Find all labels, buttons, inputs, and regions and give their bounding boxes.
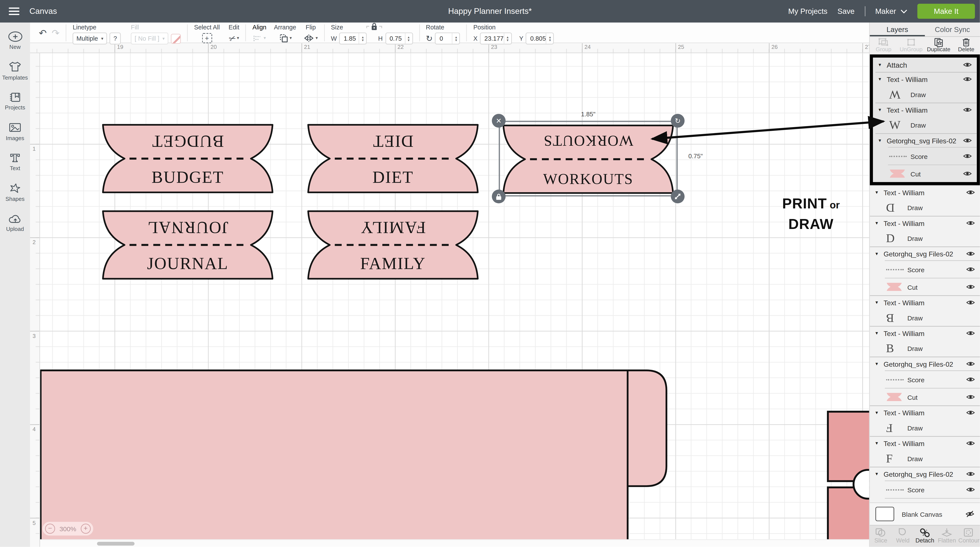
eye-icon[interactable] xyxy=(966,219,975,227)
layer-row-draw[interactable]: WDraw xyxy=(873,86,977,102)
eye-icon[interactable] xyxy=(963,137,972,144)
layer-group-text-william[interactable]: ▾ Text - William xyxy=(870,186,980,199)
linetype-help-button[interactable]: ? xyxy=(110,32,121,45)
lock-handle-icon[interactable] xyxy=(492,189,506,204)
select-all-icon[interactable]: + xyxy=(202,33,212,43)
redo-icon[interactable]: ↷ xyxy=(52,27,59,39)
eye-icon[interactable] xyxy=(966,299,975,306)
contour-button[interactable]: Contour xyxy=(958,526,980,547)
tab-layers[interactable]: Layers xyxy=(870,22,925,36)
machine-selector[interactable]: Maker xyxy=(875,7,907,16)
detach-button[interactable]: Detach xyxy=(914,526,936,547)
menu-icon[interactable] xyxy=(9,8,19,15)
blank-canvas-row[interactable]: Blank Canvas xyxy=(870,502,980,525)
caret-down-icon[interactable]: ▾ xyxy=(875,410,882,415)
caret-down-icon[interactable]: ▾ xyxy=(875,300,882,305)
eye-icon[interactable] xyxy=(966,409,975,416)
weld-button[interactable]: Weld xyxy=(892,526,914,547)
pocket-shape[interactable] xyxy=(40,369,672,539)
eye-icon[interactable] xyxy=(966,283,975,290)
rotate-handle-icon[interactable]: ↻ xyxy=(671,114,685,128)
caret-down-icon[interactable]: ▾ xyxy=(875,330,882,336)
align-icon[interactable]: ▾ xyxy=(253,32,266,44)
eye-icon[interactable] xyxy=(966,486,975,493)
ungroup-button[interactable]: UnGroup xyxy=(897,37,925,54)
slice-button[interactable]: Slice xyxy=(870,526,892,547)
height-input[interactable]: 0.75▲▼ xyxy=(385,32,413,45)
flatten-button[interactable]: Flatten xyxy=(936,526,958,547)
sidebar-item-projects[interactable]: Projects xyxy=(0,90,30,121)
layer-row-cut[interactable]: Cut xyxy=(873,165,977,182)
group-button[interactable]: Group xyxy=(870,37,897,54)
rotate-input[interactable]: 0▲▼ xyxy=(435,32,460,45)
planner-tab-journal[interactable]: JOURNAL JOURNAL xyxy=(102,210,274,280)
sidebar-item-upload[interactable]: Upload xyxy=(0,211,30,242)
linetype-dropdown[interactable]: Multiple▾ xyxy=(73,32,107,45)
layer-row-score[interactable]: Score xyxy=(870,481,980,498)
layer-row-cut[interactable]: Cut xyxy=(870,278,980,295)
my-projects-link[interactable]: My Projects xyxy=(788,7,827,16)
eye-icon[interactable] xyxy=(966,393,975,401)
zoom-out-button[interactable]: − xyxy=(45,524,55,534)
delete-button[interactable]: Delete xyxy=(952,37,980,54)
eye-icon[interactable] xyxy=(966,360,975,367)
caret-down-icon[interactable]: ▾ xyxy=(878,138,886,143)
canvas-area[interactable]: BUDGET BUDGET DIET DIET WORKOUTS WORKOUT… xyxy=(40,53,869,539)
sidebar-item-shapes[interactable]: Shapes xyxy=(0,181,30,211)
zoom-in-button[interactable]: + xyxy=(81,524,91,534)
position-y-input[interactable]: 0.805▲▼ xyxy=(526,32,554,45)
layer-group-attach[interactable]: ▾ Attach xyxy=(873,57,977,72)
layer-group-text-william[interactable]: ▾ Text - William xyxy=(873,73,977,86)
layer-group-text-william[interactable]: ▾ Text - William xyxy=(870,327,980,340)
duplicate-button[interactable]: Duplicate xyxy=(925,37,952,54)
planner-tab-budget[interactable]: BUDGET BUDGET xyxy=(102,123,274,194)
layer-row-score[interactable]: Score xyxy=(873,148,977,165)
horizontal-scrollbar[interactable] xyxy=(97,542,135,545)
eye-icon[interactable] xyxy=(963,76,972,83)
caret-down-icon[interactable]: ▾ xyxy=(875,251,882,256)
caret-down-icon[interactable]: ▾ xyxy=(875,189,882,195)
layer-group-text-william[interactable]: ▾ Text - William xyxy=(870,296,980,309)
layer-row-draw[interactable]: BDraw xyxy=(870,340,980,356)
layer-row-draw[interactable]: BDraw xyxy=(870,309,980,326)
caret-down-icon[interactable]: ▾ xyxy=(878,76,886,82)
layer-row-cut[interactable]: Cut xyxy=(870,388,980,405)
eye-icon[interactable] xyxy=(966,189,975,196)
tab-color-sync[interactable]: Color Sync xyxy=(925,22,980,36)
edit-tools-icon[interactable]: ✂▾ xyxy=(229,32,239,44)
caret-down-icon[interactable]: ▾ xyxy=(875,361,882,367)
layer-row-cut[interactable]: Cut xyxy=(870,499,980,502)
layer-row-score[interactable]: Score xyxy=(870,371,980,388)
layer-group-text-william[interactable]: ▾ Text - William xyxy=(873,103,977,116)
blank-canvas-thumbnail[interactable] xyxy=(875,507,894,521)
flip-icon[interactable]: ▾ xyxy=(304,32,318,44)
eye-icon[interactable] xyxy=(963,153,972,159)
arrange-icon[interactable]: ▾ xyxy=(278,32,292,44)
undo-icon[interactable]: ↶ xyxy=(39,27,46,39)
width-input[interactable]: 1.85▲▼ xyxy=(339,32,367,45)
layer-row-draw[interactable]: DDraw xyxy=(870,199,980,216)
position-x-input[interactable]: 23.177▲▼ xyxy=(480,32,512,45)
planner-tab-diet[interactable]: DIET DIET xyxy=(307,123,479,194)
caret-down-icon[interactable]: ▾ xyxy=(875,471,882,477)
fill-dropdown[interactable]: [ No Fill ]▾ xyxy=(131,32,169,45)
visibility-off-icon[interactable] xyxy=(966,510,974,517)
layer-row-draw[interactable]: FDraw xyxy=(870,450,980,467)
layer-group-text-william[interactable]: ▾ Text - William xyxy=(870,406,980,419)
resize-handle-icon[interactable] xyxy=(671,189,685,204)
save-link[interactable]: Save xyxy=(837,7,854,16)
layer-group-getorghq-svg-files-02[interactable]: ▾ Getorghq_svg Files-02 xyxy=(870,467,980,481)
attached-group-selected[interactable]: ▾ Attach ▾ Text - William WDraw▾ Text - … xyxy=(870,54,980,185)
eye-icon[interactable] xyxy=(966,440,975,447)
sidebar-item-new[interactable]: New xyxy=(0,29,30,60)
delete-handle-icon[interactable]: ✕ xyxy=(492,114,506,128)
fill-color-swatch[interactable] xyxy=(171,33,181,43)
layer-row-score[interactable]: Score xyxy=(870,261,980,278)
layer-row-draw[interactable]: WDraw xyxy=(873,116,977,133)
rotate-icon[interactable]: ↻ xyxy=(426,34,433,43)
make-it-button[interactable]: Make It xyxy=(917,4,975,19)
caret-down-icon[interactable]: ▾ xyxy=(878,107,886,113)
eye-icon[interactable] xyxy=(963,61,972,68)
layer-group-getorghq-svg-files-02[interactable]: ▾ Getorghq_svg Files-02 xyxy=(870,247,980,260)
layer-group-getorghq-svg-files-02[interactable]: ▾ Getorghq_svg Files-02 xyxy=(870,357,980,370)
